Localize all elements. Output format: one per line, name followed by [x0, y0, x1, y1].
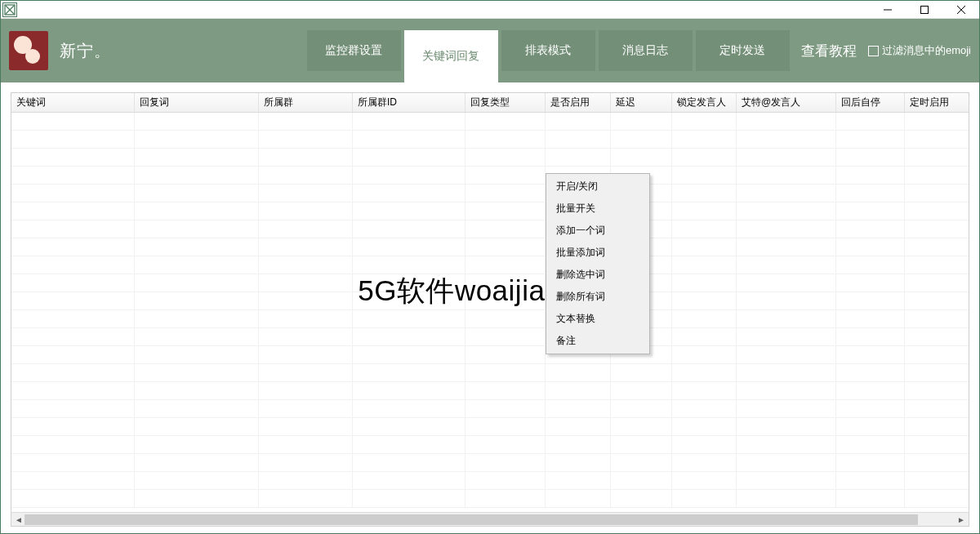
grid-body[interactable]	[11, 113, 969, 512]
column-header-auto-stop[interactable]: 回后自停	[836, 93, 905, 112]
menu-delete-selected[interactable]: 删除选中词	[548, 264, 648, 286]
header-right-tools: 查看教程 过滤消息中的emoji	[801, 42, 971, 60]
menu-delete-all[interactable]: 删除所有词	[548, 286, 648, 308]
window-controls	[869, 1, 979, 18]
tab-label: 消息日志	[622, 43, 668, 58]
column-header-enabled[interactable]: 是否启用	[546, 93, 611, 112]
tab-keyword-reply[interactable]: 关键词回复	[404, 30, 498, 82]
menu-add-word[interactable]: 添加一个词	[548, 220, 648, 242]
column-header-reply[interactable]: 回复词	[135, 93, 259, 112]
minimize-button[interactable]	[869, 1, 906, 18]
menu-batch-add[interactable]: 批量添加词	[548, 242, 648, 264]
scroll-left-arrow[interactable]: ◄	[13, 514, 24, 525]
column-header-timed-enable[interactable]: 定时启用	[905, 93, 969, 112]
column-header-lock-sender[interactable]: 锁定发言人	[672, 93, 737, 112]
column-header-reply-type[interactable]: 回复类型	[466, 93, 546, 112]
filter-emoji-checkbox[interactable]: 过滤消息中的emoji	[868, 43, 971, 58]
data-grid[interactable]: 关键词 回复词 所属群 所属群ID 回复类型 是否启用 延迟 锁定发言人 艾特@…	[11, 92, 969, 527]
column-header-group-id[interactable]: 所属群ID	[353, 93, 466, 112]
titlebar	[1, 1, 979, 19]
column-header-delay[interactable]: 延迟	[611, 93, 672, 112]
grid-header: 关键词 回复词 所属群 所属群ID 回复类型 是否启用 延迟 锁定发言人 艾特@…	[11, 93, 969, 113]
column-header-at-sender[interactable]: 艾特@发言人	[737, 93, 836, 112]
tab-monitor-group-settings[interactable]: 监控群设置	[307, 30, 401, 71]
tabs: 监控群设置 关键词回复 排表模式 消息日志 定时发送	[307, 19, 793, 82]
menu-toggle-enable[interactable]: 开启/关闭	[548, 176, 648, 198]
column-header-group[interactable]: 所属群	[259, 93, 353, 112]
tab-label: 排表模式	[525, 43, 571, 58]
app-title: 新宁。	[60, 40, 111, 62]
app-window: 新宁。 监控群设置 关键词回复 排表模式 消息日志 定时发送 查看教程 过滤消息…	[0, 0, 980, 534]
horizontal-scrollbar[interactable]: ◄ ►	[11, 512, 969, 526]
tab-label: 监控群设置	[325, 43, 382, 58]
avatar	[9, 31, 48, 70]
svg-rect-4	[920, 6, 928, 13]
checkbox-box	[868, 46, 879, 56]
close-button[interactable]	[942, 1, 979, 18]
filter-emoji-label: 过滤消息中的emoji	[882, 43, 971, 58]
maximize-button[interactable]	[906, 1, 942, 18]
tab-label: 关键词回复	[422, 49, 479, 64]
menu-remark[interactable]: 备注	[548, 330, 648, 352]
content: 关键词 回复词 所属群 所属群ID 回复类型 是否启用 延迟 锁定发言人 艾特@…	[1, 82, 979, 533]
menu-text-replace[interactable]: 文本替换	[548, 308, 648, 330]
header: 新宁。 监控群设置 关键词回复 排表模式 消息日志 定时发送 查看教程 过滤消息…	[1, 19, 979, 82]
titlebar-left	[1, 2, 17, 17]
app-icon	[2, 2, 17, 17]
menu-batch-toggle[interactable]: 批量开关	[548, 198, 648, 220]
tab-label: 定时发送	[719, 43, 765, 58]
column-header-keyword[interactable]: 关键词	[11, 93, 135, 112]
tab-scheduled-send[interactable]: 定时发送	[696, 30, 790, 71]
tab-message-log[interactable]: 消息日志	[599, 30, 693, 71]
scroll-track[interactable]	[24, 514, 956, 525]
context-menu: 开启/关闭 批量开关 添加一个词 批量添加词 删除选中词 删除所有词 文本替换 …	[546, 173, 650, 354]
tab-schedule-mode[interactable]: 排表模式	[501, 30, 595, 71]
scroll-right-arrow[interactable]: ►	[956, 514, 967, 525]
view-tutorial-button[interactable]: 查看教程	[801, 42, 857, 60]
scroll-thumb[interactable]	[24, 514, 918, 525]
